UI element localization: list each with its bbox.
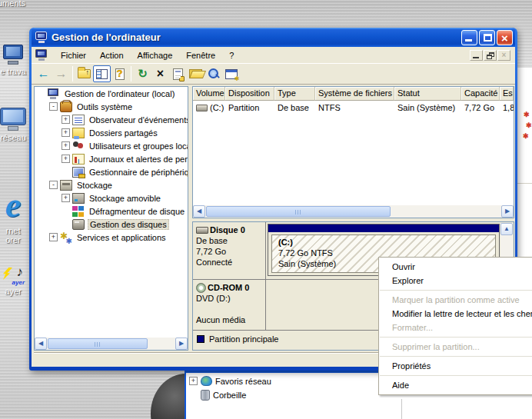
forward-button[interactable]: → xyxy=(52,65,70,82)
volume-row-c[interactable]: (C:) Partition De base NTFS Sain (Systèm… xyxy=(193,101,514,114)
disk-status: Connecté xyxy=(196,257,262,268)
scroll-left-icon[interactable]: ◀ xyxy=(193,205,205,218)
context-menu-modifier-lettre[interactable]: Modifier la lettre de lecteur et les che… xyxy=(379,307,532,321)
volume-filesystem: NTFS xyxy=(315,103,394,112)
tree-item-outils-systeme[interactable]: - Outils système xyxy=(35,100,188,113)
minimize-button[interactable] xyxy=(461,30,477,45)
tree-item-gestion-ordinateur[interactable]: Gestion de l'ordinateur (local) xyxy=(35,87,188,100)
collapse-icon[interactable]: - xyxy=(49,181,58,189)
tree-item-services-applications[interactable]: + Services et applications xyxy=(35,231,188,244)
open-folder-button[interactable] xyxy=(187,65,204,82)
tree-item-stockage-amovible[interactable]: + Stockage amovible xyxy=(35,191,188,205)
menu-action[interactable]: Action xyxy=(93,48,131,62)
explorer-tree-item-corbeille[interactable]: Corbeille xyxy=(201,390,246,401)
desktop-icon-media-player[interactable]: ♪ ayer ayer xyxy=(0,264,31,296)
menu-affichage[interactable]: Affichage xyxy=(131,48,180,62)
column-header-type[interactable]: Type xyxy=(274,87,315,101)
column-header-statut[interactable]: Statut xyxy=(394,87,461,101)
desktop-icon-internet-explorer[interactable]: e rnet orer xyxy=(0,187,31,244)
tree-item-utilisateurs-groupes[interactable]: + Utilisateurs et groupes locau: xyxy=(35,139,188,152)
collapse-icon[interactable]: - xyxy=(49,102,58,111)
computer-icon xyxy=(48,88,60,99)
properties-button[interactable] xyxy=(169,65,187,82)
tree-item-journaux-alertes[interactable]: + Journaux et alertes de perfo xyxy=(35,152,188,165)
help-topics-button[interactable]: ? xyxy=(111,65,128,82)
back-button[interactable]: ← xyxy=(35,65,52,82)
expand-icon[interactable]: + xyxy=(62,115,70,124)
magnifier-icon xyxy=(208,68,220,80)
console-tree-icon xyxy=(96,69,108,79)
partition-type-band xyxy=(268,224,499,232)
toolbar-separator xyxy=(72,66,73,81)
forward-icon: → xyxy=(55,68,68,80)
tree-item-dossiers-partages[interactable]: + Dossiers partagés xyxy=(35,126,188,139)
folder-up-icon: ↑ xyxy=(78,69,91,78)
context-menu-aide[interactable]: Aide xyxy=(379,378,532,392)
back-icon: ← xyxy=(38,68,50,80)
desktop-icon-poste-de-travail[interactable]: e trava xyxy=(0,45,31,76)
expand-icon[interactable]: + xyxy=(49,233,58,241)
expand-icon[interactable]: + xyxy=(62,128,70,137)
explorer-tree-item-favoris-reseau[interactable]: + Favoris réseau xyxy=(189,376,271,386)
tree-horizontal-scrollbar[interactable]: ◀ ▶ xyxy=(35,338,188,350)
scrollbar-thumb[interactable] xyxy=(206,206,391,217)
mdi-minimize-button[interactable] xyxy=(470,50,483,61)
system-tools-icon xyxy=(60,101,72,112)
context-menu-explorer[interactable]: Explorer xyxy=(379,274,532,288)
internet-explorer-icon: e xyxy=(0,187,31,224)
column-header-capacite[interactable]: Capacité xyxy=(461,87,500,101)
cd-rom-icon xyxy=(196,283,206,293)
cdrom-0-info[interactable]: CD-ROM 0 DVD (D:) Aucun média xyxy=(193,280,266,330)
scroll-right-icon[interactable]: ▶ xyxy=(175,338,188,350)
toolbar-separator xyxy=(131,66,131,81)
context-menu-formater[interactable]: Formater... xyxy=(379,321,532,334)
tree-item-observateur-evenements[interactable]: + Observateur d'événements xyxy=(35,113,188,126)
tree-item-stockage[interactable]: - Stockage xyxy=(35,178,188,191)
scroll-up-icon[interactable]: ▲ xyxy=(500,223,513,235)
column-header-espace[interactable]: Esp xyxy=(500,87,514,101)
recycle-bin-icon xyxy=(201,390,210,401)
delete-button[interactable]: × xyxy=(151,65,169,82)
refresh-button[interactable]: ↻ xyxy=(134,65,151,82)
expand-icon[interactable]: + xyxy=(189,377,198,385)
title-bar[interactable]: Gestion de l'ordinateur × xyxy=(32,28,515,47)
context-menu-marquer-active[interactable]: Marquer la partition comme active xyxy=(379,293,532,307)
expand-icon[interactable]: + xyxy=(62,155,70,163)
up-one-level-button[interactable]: ↑ xyxy=(75,65,93,82)
tree-item-gestionnaire-peripheriques[interactable]: Gestionnaire de périphérique xyxy=(35,165,188,178)
scroll-right-icon[interactable]: ▶ xyxy=(501,205,514,218)
scrollbar-thumb[interactable] xyxy=(48,338,148,349)
menu-aide[interactable]: ? xyxy=(222,48,241,62)
maximize-button[interactable] xyxy=(479,30,495,45)
performance-logs-icon xyxy=(72,154,85,165)
volume-capacite: 7,72 Go xyxy=(461,103,500,112)
mdi-close-button[interactable]: × xyxy=(497,50,510,61)
pane-divider xyxy=(401,399,402,419)
console-window-button[interactable] xyxy=(222,65,240,82)
disk-0-info[interactable]: Disque 0 De base 7,72 Go Connecté xyxy=(193,222,266,279)
menu-fenetre[interactable]: Fenêtre xyxy=(179,48,222,62)
volume-list-header: Volume Disposition Type Système de fichi… xyxy=(193,87,514,101)
volume-statut: Sain (Système) xyxy=(394,103,461,112)
tree-item-defragmenteur[interactable]: Défragmenteur de disque xyxy=(35,205,188,218)
expand-icon[interactable]: + xyxy=(62,141,70,150)
context-menu-supprimer-partition[interactable]: Supprimer la partition... xyxy=(379,340,532,354)
column-header-volume[interactable]: Volume xyxy=(193,87,225,101)
disk-name: Disque 0 xyxy=(210,224,245,235)
column-header-disposition[interactable]: Disposition xyxy=(225,87,274,101)
mdi-restore-button[interactable] xyxy=(484,50,497,61)
column-header-systeme-fichiers[interactable]: Système de fichiers xyxy=(315,87,394,101)
menu-fichier[interactable]: Fichier xyxy=(54,48,93,62)
close-button[interactable]: × xyxy=(497,30,513,45)
scroll-left-icon[interactable]: ◀ xyxy=(35,338,47,350)
find-button[interactable] xyxy=(204,65,222,82)
context-menu-ouvrir[interactable]: Ouvrir xyxy=(379,260,532,274)
context-menu-proprietes[interactable]: Propriétés xyxy=(379,359,532,373)
expand-icon[interactable]: + xyxy=(62,194,70,202)
desktop-icon-favoris-reseau[interactable]: réseau xyxy=(0,108,31,142)
show-console-tree-button[interactable] xyxy=(93,65,111,82)
delete-icon: × xyxy=(157,68,164,79)
tree-item-gestion-des-disques[interactable]: Gestion des disques xyxy=(35,218,188,231)
volume-list-horizontal-scrollbar[interactable]: ◀ ▶ xyxy=(193,205,514,218)
services-icon xyxy=(60,232,72,243)
